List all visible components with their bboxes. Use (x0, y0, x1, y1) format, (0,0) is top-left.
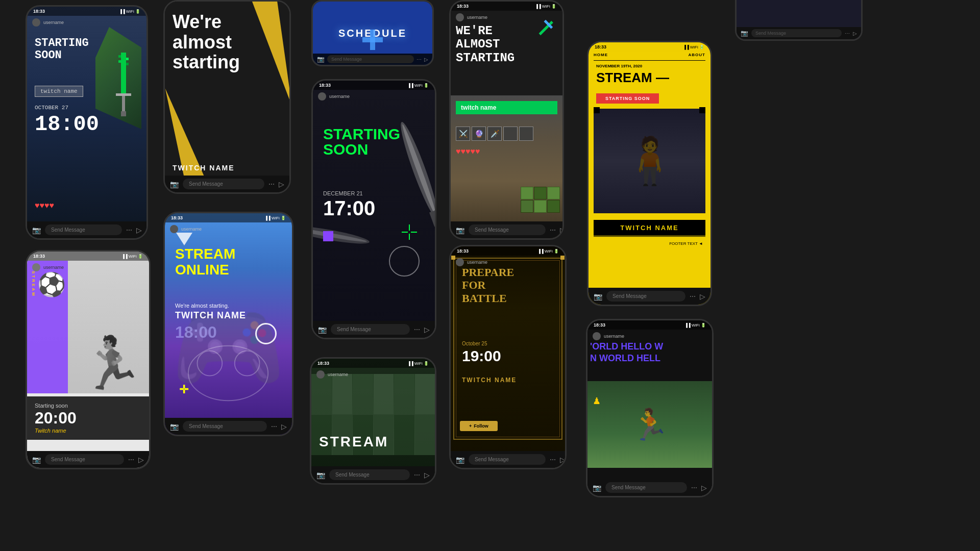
more-icon[interactable]: ⋯ (271, 423, 277, 430)
follow-button[interactable]: + Follow (460, 421, 498, 431)
time-text: 18:00 (35, 112, 99, 137)
username-label: username (604, 334, 624, 339)
camera-icon[interactable]: 📷 (32, 226, 41, 234)
filter-icon[interactable]: ▷ (853, 31, 857, 36)
camera-icon[interactable]: 📷 (594, 292, 602, 300)
more-icon[interactable]: ⋯ (414, 471, 420, 479)
status-icons: ▐▐ WiFi 🔋 (407, 83, 429, 88)
nav-about[interactable]: ABOUT (689, 53, 705, 57)
camera-icon[interactable]: 📷 (317, 56, 325, 63)
send-message-text: Send Message (751, 29, 842, 37)
message-input[interactable] (183, 421, 267, 432)
starting-soon-text: STARTING SOON (323, 127, 400, 157)
phone-schedule: SCHEDULE 📷 Send Message ⋯ ▷ (311, 0, 434, 66)
filter-icon[interactable]: ▷ (138, 456, 144, 464)
phone-stream-yellow: 18:33 ▐▐ WiFi 🔋 HOME ABOUT NOVEMBER 19TH… (587, 41, 712, 306)
more-icon[interactable]: ⋯ (550, 227, 556, 234)
svg-rect-1 (118, 55, 121, 58)
status-time: 18:33 (594, 322, 605, 328)
camera-icon[interactable]: 📷 (316, 471, 325, 479)
status-time: 18:33 (317, 361, 329, 366)
filter-icon[interactable]: ▷ (281, 422, 287, 431)
message-input[interactable] (45, 454, 124, 465)
filter-icon[interactable]: ▷ (560, 226, 564, 234)
hello-world-text: 'ORLD HELLO W N WORLD HELL (590, 341, 663, 365)
date-text: OCTOBER 27 (35, 105, 68, 111)
svg-point-13 (400, 123, 436, 216)
prepare-text: PREPARE FOR BATTLE (462, 266, 514, 305)
status-time: 18:33 (457, 4, 469, 9)
camera-icon[interactable]: 📷 (456, 226, 464, 234)
svg-rect-5 (116, 93, 131, 96)
tool-slot-4 (503, 127, 518, 141)
time-text: 18:00 (175, 323, 217, 342)
status-time: 18:33 (319, 83, 331, 88)
svg-rect-7 (121, 111, 126, 116)
camera-icon[interactable]: 📷 (593, 484, 601, 492)
more-icon[interactable]: ⋯ (690, 293, 696, 300)
status-icons: ▐▐ WiFi 🔋 (119, 9, 140, 14)
target-circle (389, 246, 420, 277)
more-icon[interactable]: ⋯ (416, 57, 422, 62)
avatar (456, 13, 464, 21)
we-re-text: WE'RE ALMOST STARTING (456, 24, 514, 65)
filter-icon[interactable]: ▷ (424, 471, 430, 479)
svg-rect-3 (118, 60, 121, 63)
message-input[interactable] (331, 324, 410, 335)
more-icon[interactable]: ⋯ (691, 484, 697, 491)
cross-icon (360, 27, 385, 53)
more-icon[interactable]: ⋯ (414, 326, 420, 333)
message-input[interactable] (605, 482, 687, 493)
twitch-name-text: TWITCH NAME (175, 310, 246, 321)
camera-icon[interactable]: 📷 (456, 456, 464, 464)
phone-prepare-for-battle: 18:33 ▐▐ WiFi 🔋 username PREPARE FOR BAT… (449, 245, 567, 469)
camera-icon[interactable]: 📷 (170, 180, 179, 188)
camera-icon[interactable]: 📷 (318, 325, 327, 334)
username-label: username (43, 265, 64, 270)
status-time: 18:33 (33, 9, 45, 14)
filter-icon[interactable]: ▷ (701, 484, 707, 492)
color-block (323, 231, 333, 241)
status-icons: ▐▐ WiFi 🔋 (535, 4, 556, 9)
svg-rect-4 (126, 63, 129, 65)
camera-icon[interactable]: 📷 (741, 30, 748, 37)
filter-icon[interactable]: ▷ (424, 57, 428, 62)
phone-starting-soon-knife: 18:33 ▐▐ WiFi 🔋 username STARTING SOON D… (311, 79, 436, 339)
message-input[interactable] (606, 291, 685, 302)
tool-slot-1: ⚔️ (456, 127, 470, 141)
message-input[interactable] (329, 469, 410, 480)
tool-row: ⚔️ 🔮 🗡️ (456, 127, 533, 141)
filter-icon[interactable]: ▷ (700, 292, 705, 300)
filter-icon[interactable]: ▷ (136, 226, 142, 234)
phone-top-right-partial: 📷 Send Message ⋯ ▷ (735, 0, 863, 41)
filter-icon[interactable]: ▷ (560, 456, 566, 464)
sports-image: 🏃 (587, 381, 712, 468)
more-icon[interactable]: ⋯ (128, 456, 134, 463)
message-input[interactable] (45, 224, 122, 235)
svg-point-22 (197, 351, 222, 376)
follow-icon: + (469, 423, 472, 429)
camera-icon[interactable]: 📷 (170, 422, 179, 431)
message-input[interactable] (469, 454, 546, 465)
avatar (32, 263, 40, 271)
status-icons: ▐▐ WiFi 🔋 (684, 323, 706, 328)
more-icon[interactable]: ⋯ (845, 31, 850, 36)
twitch-name-badge: twitch name (35, 86, 83, 97)
more-icon[interactable]: ⋯ (550, 456, 556, 463)
time-text: 20:00 (35, 409, 141, 428)
avatar (170, 225, 178, 233)
filter-icon[interactable]: ▷ (424, 325, 430, 334)
hearts: ♥♥♥♥♥ (456, 147, 480, 156)
nav-home[interactable]: HOME (594, 53, 608, 57)
camera-icon[interactable]: 📷 (32, 456, 41, 464)
date-text: October 25 (462, 341, 487, 346)
phone-hello-world: 18:33 ▐▐ WiFi 🔋 username 'ORLD HELLO W N… (586, 319, 714, 497)
more-icon[interactable]: ⋯ (126, 227, 132, 234)
send-message: Send Message (327, 55, 414, 63)
stream-online-text: STREAM ONLINE (175, 246, 235, 278)
status-time: 18:33 (457, 248, 469, 254)
message-input[interactable] (183, 179, 264, 189)
message-input[interactable] (469, 224, 546, 235)
filter-icon[interactable]: ▷ (279, 180, 284, 188)
more-icon[interactable]: ⋯ (268, 181, 275, 188)
